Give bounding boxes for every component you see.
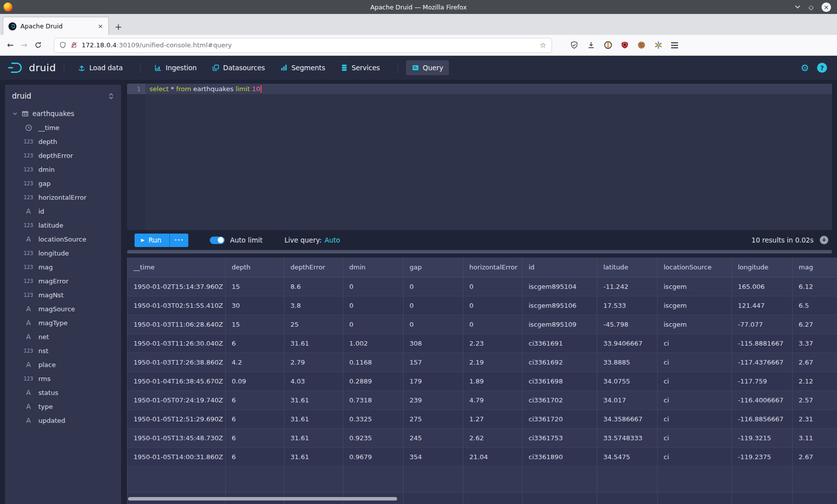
column-header-__time[interactable]: __time	[128, 257, 226, 277]
table-cell[interactable]: 15	[226, 315, 284, 334]
table-cell[interactable]: 0	[343, 277, 404, 296]
table-cell[interactable]: 0	[404, 296, 463, 315]
table-cell[interactable]: 0	[463, 277, 523, 296]
table-cell[interactable]: 2.62	[463, 428, 523, 447]
sidebar-column[interactable]: 123 A locationSource	[5, 232, 121, 246]
table-cell[interactable]: 0.3325	[343, 409, 404, 428]
sidebar-column[interactable]: 123 A place	[5, 358, 121, 372]
extension-asterisk-icon[interactable]	[654, 41, 663, 49]
table-cell[interactable]: ci	[658, 447, 732, 466]
insecure-lock-icon[interactable]	[70, 41, 78, 49]
table-cell[interactable]: 0.9235	[343, 428, 404, 447]
nav-item-segments[interactable]: Segments	[275, 60, 331, 75]
table-cell[interactable]: 1950-01-03T11:26:30.040Z	[128, 334, 226, 353]
table-cell[interactable]: ci3361720	[523, 409, 597, 428]
nav-item-ingestion[interactable]: Ingestion	[148, 60, 202, 75]
sql-editor[interactable]: 1 select * from earthquakes limit 10	[127, 84, 832, 230]
table-cell[interactable]: 6	[226, 390, 284, 409]
column-header-horizontalError[interactable]: horizontalError	[463, 257, 523, 277]
table-cell[interactable]: 245	[404, 428, 463, 447]
table-cell[interactable]: 6.12	[793, 277, 837, 296]
sidebar-column[interactable]: 123 A dmin	[5, 162, 121, 176]
sidebar-column[interactable]: 123 A longitude	[5, 246, 121, 260]
nav-item-load-data[interactable]: Load data	[72, 60, 128, 75]
table-cell[interactable]: 2.67	[793, 447, 837, 466]
table-cell[interactable]: 1950-01-05T12:51:29.690Z	[128, 409, 226, 428]
url-bar[interactable]: 172.18.0.4:30109/unified-console.html#qu…	[54, 38, 552, 53]
sidebar-column[interactable]: 123 A mag	[5, 260, 121, 274]
table-cell[interactable]: 2.79	[284, 353, 343, 372]
table-cell[interactable]: 0	[404, 277, 463, 296]
table-cell[interactable]: -115.8881667	[732, 334, 793, 353]
column-header-mag[interactable]: mag	[793, 257, 837, 277]
table-cell[interactable]: 0	[404, 315, 463, 334]
table-cell[interactable]: 6	[226, 447, 284, 466]
chevron-down-icon[interactable]	[12, 111, 18, 117]
table-cell[interactable]: iscgem895104	[523, 277, 597, 296]
sidebar-column[interactable]: 123 A rms	[5, 372, 121, 385]
sidebar-column[interactable]: 123 A updated	[5, 413, 121, 427]
table-cell[interactable]: 2.12	[793, 372, 837, 390]
bookmark-star-icon[interactable]: ☆	[540, 41, 546, 50]
sidebar-column[interactable]: 123 A magNst	[5, 288, 121, 302]
sidebar-column[interactable]: 123 A status	[5, 385, 121, 399]
table-cell[interactable]: -77.077	[732, 315, 793, 334]
table-cell[interactable]: 25	[284, 315, 343, 334]
tab-close-icon[interactable]: ×	[98, 22, 103, 30]
settings-gear-icon[interactable]: ⚙	[801, 63, 809, 73]
table-cell[interactable]: 17.533	[597, 296, 658, 315]
menu-hamburger-icon[interactable]	[671, 42, 678, 48]
run-button[interactable]: ▶ Run	[135, 234, 170, 247]
table-cell[interactable]: 3.37	[793, 334, 837, 353]
sidebar-column[interactable]: 123 A id	[5, 204, 121, 218]
table-cell[interactable]: 1950-01-02T15:14:37.960Z	[128, 277, 226, 296]
table-cell[interactable]: 239	[404, 390, 463, 409]
table-cell[interactable]: iscgem	[658, 296, 732, 315]
table-cell[interactable]: 0	[343, 315, 404, 334]
table-cell[interactable]: ci3361698	[523, 372, 597, 390]
table-cell[interactable]: 34.017	[597, 390, 658, 409]
run-more-button[interactable]: •••	[170, 234, 188, 247]
table-cell[interactable]: 2.31	[793, 409, 837, 428]
table-cell[interactable]: 8.6	[284, 277, 343, 296]
table-cell[interactable]: ci	[658, 428, 732, 447]
table-cell[interactable]: 0	[463, 296, 523, 315]
cookie-icon[interactable]	[637, 41, 646, 49]
horizontal-scrollbar[interactable]	[128, 497, 397, 501]
reload-button[interactable]	[34, 41, 42, 49]
table-cell[interactable]: 0.09	[226, 372, 284, 390]
table-cell[interactable]: 2.19	[463, 353, 523, 372]
column-header-id[interactable]: id	[523, 257, 597, 277]
schema-name[interactable]: druid	[12, 92, 31, 101]
table-cell[interactable]: ci3361702	[523, 390, 597, 409]
column-header-dmin[interactable]: dmin	[343, 257, 404, 277]
table-cell[interactable]: 275	[404, 409, 463, 428]
table-cell[interactable]: ci	[658, 390, 732, 409]
extension-container-icon[interactable]	[604, 41, 612, 49]
table-cell[interactable]: 179	[404, 372, 463, 390]
table-cell[interactable]: 6	[226, 428, 284, 447]
ublock-icon[interactable]	[621, 41, 629, 49]
download-results-icon[interactable]	[819, 235, 829, 245]
forward-button[interactable]: →	[20, 40, 27, 50]
sidebar-column[interactable]: 123 A nst	[5, 344, 121, 358]
table-cell[interactable]: 15	[226, 277, 284, 296]
nav-item-query[interactable]: Query	[406, 60, 449, 75]
table-cell[interactable]: 31.61	[284, 428, 343, 447]
table-cell[interactable]: 1950-01-05T14:00:31.860Z	[128, 447, 226, 466]
sidebar-column[interactable]: 123 A depth	[5, 134, 121, 148]
browser-tab[interactable]: Apache Druid ×	[3, 17, 109, 35]
sidebar-column[interactable]: 123 A net	[5, 330, 121, 344]
live-query-value[interactable]: Auto	[325, 236, 340, 244]
table-cell[interactable]: ci	[658, 372, 732, 390]
downloads-icon[interactable]	[587, 41, 595, 49]
sidebar-column[interactable]: 123 A gap	[5, 176, 121, 190]
table-cell[interactable]: 157	[404, 353, 463, 372]
table-cell[interactable]: 1.27	[463, 409, 523, 428]
column-header-gap[interactable]: gap	[404, 257, 463, 277]
table-cell[interactable]: 1950-01-05T07:24:19.740Z	[128, 390, 226, 409]
code-area[interactable]: select * from earthquakes limit 10	[145, 84, 832, 230]
editor-results-divider[interactable]	[127, 250, 832, 253]
nav-item-datasources[interactable]: Datasources	[206, 60, 271, 75]
column-header-locationSource[interactable]: locationSource	[658, 257, 732, 277]
